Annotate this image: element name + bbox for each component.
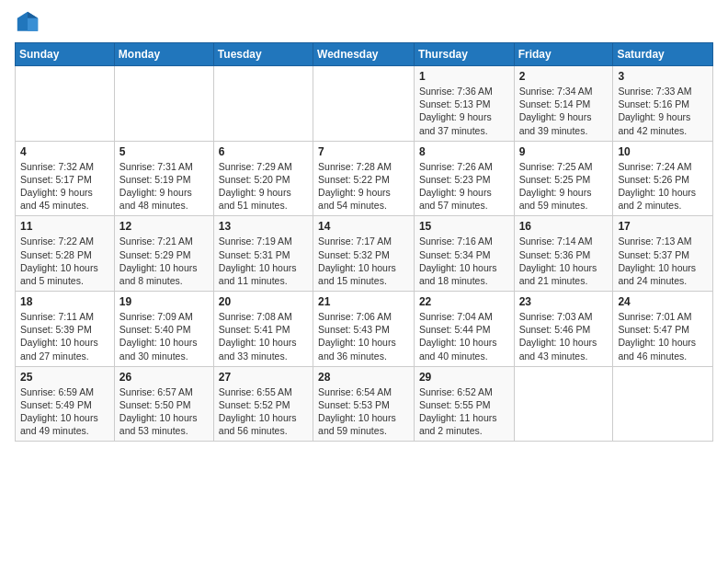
calendar-cell: 4Sunrise: 7:32 AM Sunset: 5:17 PM Daylig… [16, 141, 115, 216]
day-number: 10 [618, 145, 708, 158]
day-number: 29 [419, 371, 509, 384]
day-number: 28 [318, 371, 409, 384]
calendar-cell: 28Sunrise: 6:54 AM Sunset: 5:53 PM Dayli… [313, 366, 415, 442]
day-number: 6 [219, 145, 308, 158]
day-number: 4 [20, 145, 109, 158]
day-number: 18 [20, 295, 109, 308]
day-info: Sunrise: 7:04 AM Sunset: 5:44 PM Dayligh… [419, 310, 509, 362]
day-number: 25 [20, 371, 109, 384]
day-info: Sunrise: 6:57 AM Sunset: 5:50 PM Dayligh… [119, 385, 209, 438]
day-info: Sunrise: 7:01 AM Sunset: 5:47 PM Dayligh… [618, 310, 708, 362]
calendar-cell: 24Sunrise: 7:01 AM Sunset: 5:47 PM Dayli… [613, 292, 713, 367]
day-number: 12 [119, 220, 209, 233]
day-info: Sunrise: 7:11 AM Sunset: 5:39 PM Dayligh… [20, 310, 109, 362]
calendar-cell: 15Sunrise: 7:16 AM Sunset: 5:34 PM Dayli… [414, 216, 514, 292]
calendar-cell [514, 366, 613, 442]
day-number: 15 [419, 220, 509, 233]
day-info: Sunrise: 7:21 AM Sunset: 5:29 PM Dayligh… [119, 235, 209, 287]
calendar-cell: 1Sunrise: 7:36 AM Sunset: 5:13 PM Daylig… [414, 66, 514, 142]
day-number: 1 [419, 70, 509, 83]
calendar-table: SundayMondayTuesdayWednesdayThursdayFrid… [15, 42, 713, 442]
day-info: Sunrise: 6:54 AM Sunset: 5:53 PM Dayligh… [318, 385, 409, 438]
day-number: 23 [519, 295, 609, 308]
calendar-cell: 13Sunrise: 7:19 AM Sunset: 5:31 PM Dayli… [213, 216, 313, 292]
day-number: 27 [219, 371, 308, 384]
calendar-body: 1Sunrise: 7:36 AM Sunset: 5:13 PM Daylig… [16, 66, 713, 442]
weekday-header-thursday: Thursday [414, 43, 514, 66]
day-number: 5 [119, 145, 209, 158]
calendar-cell: 6Sunrise: 7:29 AM Sunset: 5:20 PM Daylig… [213, 141, 313, 216]
calendar-cell: 12Sunrise: 7:21 AM Sunset: 5:29 PM Dayli… [114, 216, 213, 292]
day-info: Sunrise: 7:16 AM Sunset: 5:34 PM Dayligh… [419, 235, 509, 287]
weekday-row: SundayMondayTuesdayWednesdayThursdayFrid… [16, 43, 713, 66]
week-row-4: 18Sunrise: 7:11 AM Sunset: 5:39 PM Dayli… [16, 292, 713, 367]
calendar-cell: 20Sunrise: 7:08 AM Sunset: 5:41 PM Dayli… [213, 292, 313, 367]
day-info: Sunrise: 7:32 AM Sunset: 5:17 PM Dayligh… [20, 160, 109, 213]
calendar-cell: 8Sunrise: 7:26 AM Sunset: 5:23 PM Daylig… [414, 141, 514, 216]
weekday-header-sunday: Sunday [16, 43, 115, 66]
logo [15, 9, 44, 35]
day-number: 3 [618, 70, 708, 83]
week-row-1: 1Sunrise: 7:36 AM Sunset: 5:13 PM Daylig… [16, 66, 713, 142]
weekday-header-saturday: Saturday [613, 43, 713, 66]
day-info: Sunrise: 6:52 AM Sunset: 5:55 PM Dayligh… [419, 385, 509, 438]
week-row-5: 25Sunrise: 6:59 AM Sunset: 5:49 PM Dayli… [16, 366, 713, 442]
day-info: Sunrise: 7:25 AM Sunset: 5:25 PM Dayligh… [519, 160, 609, 213]
calendar-cell: 27Sunrise: 6:55 AM Sunset: 5:52 PM Dayli… [213, 366, 313, 442]
calendar-cell: 10Sunrise: 7:24 AM Sunset: 5:26 PM Dayli… [613, 141, 713, 216]
calendar-cell: 17Sunrise: 7:13 AM Sunset: 5:37 PM Dayli… [613, 216, 713, 292]
weekday-header-tuesday: Tuesday [213, 43, 313, 66]
day-info: Sunrise: 7:03 AM Sunset: 5:46 PM Dayligh… [519, 310, 609, 362]
calendar-cell: 16Sunrise: 7:14 AM Sunset: 5:36 PM Dayli… [514, 216, 613, 292]
logo-icon [15, 9, 40, 35]
calendar-cell: 25Sunrise: 6:59 AM Sunset: 5:49 PM Dayli… [16, 366, 115, 442]
calendar-cell: 23Sunrise: 7:03 AM Sunset: 5:46 PM Dayli… [514, 292, 613, 367]
calendar-cell: 18Sunrise: 7:11 AM Sunset: 5:39 PM Dayli… [16, 292, 115, 367]
day-info: Sunrise: 6:55 AM Sunset: 5:52 PM Dayligh… [219, 385, 308, 438]
day-info: Sunrise: 7:24 AM Sunset: 5:26 PM Dayligh… [618, 160, 708, 213]
calendar-cell [114, 66, 213, 142]
day-info: Sunrise: 7:34 AM Sunset: 5:14 PM Dayligh… [519, 85, 609, 137]
calendar-cell [313, 66, 415, 142]
calendar-cell [16, 66, 115, 142]
day-info: Sunrise: 7:29 AM Sunset: 5:20 PM Dayligh… [219, 160, 308, 213]
calendar-cell: 19Sunrise: 7:09 AM Sunset: 5:40 PM Dayli… [114, 292, 213, 367]
day-number: 17 [618, 220, 708, 233]
day-number: 13 [219, 220, 308, 233]
day-number: 16 [519, 220, 609, 233]
day-info: Sunrise: 7:14 AM Sunset: 5:36 PM Dayligh… [519, 235, 609, 287]
weekday-header-monday: Monday [114, 43, 213, 66]
calendar-cell: 14Sunrise: 7:17 AM Sunset: 5:32 PM Dayli… [313, 216, 415, 292]
calendar-cell: 7Sunrise: 7:28 AM Sunset: 5:22 PM Daylig… [313, 141, 415, 216]
header [15, 9, 713, 35]
day-number: 11 [20, 220, 109, 233]
weekday-header-wednesday: Wednesday [313, 43, 415, 66]
page-container: SundayMondayTuesdayWednesdayThursdayFrid… [0, 0, 728, 451]
day-number: 21 [318, 295, 409, 308]
day-number: 24 [618, 295, 708, 308]
day-info: Sunrise: 7:19 AM Sunset: 5:31 PM Dayligh… [219, 235, 308, 287]
day-info: Sunrise: 7:13 AM Sunset: 5:37 PM Dayligh… [618, 235, 708, 287]
day-number: 7 [318, 145, 409, 158]
day-number: 26 [119, 371, 209, 384]
svg-marker-1 [28, 12, 38, 18]
day-number: 2 [519, 70, 609, 83]
calendar-header: SundayMondayTuesdayWednesdayThursdayFrid… [16, 43, 713, 66]
calendar-cell: 22Sunrise: 7:04 AM Sunset: 5:44 PM Dayli… [414, 292, 514, 367]
day-info: Sunrise: 7:36 AM Sunset: 5:13 PM Dayligh… [419, 85, 509, 137]
day-number: 9 [519, 145, 609, 158]
day-info: Sunrise: 7:28 AM Sunset: 5:22 PM Dayligh… [318, 160, 409, 213]
calendar-cell: 26Sunrise: 6:57 AM Sunset: 5:50 PM Dayli… [114, 366, 213, 442]
calendar-cell: 9Sunrise: 7:25 AM Sunset: 5:25 PM Daylig… [514, 141, 613, 216]
day-number: 14 [318, 220, 409, 233]
calendar-cell: 5Sunrise: 7:31 AM Sunset: 5:19 PM Daylig… [114, 141, 213, 216]
calendar-cell: 11Sunrise: 7:22 AM Sunset: 5:28 PM Dayli… [16, 216, 115, 292]
day-info: Sunrise: 7:26 AM Sunset: 5:23 PM Dayligh… [419, 160, 509, 213]
weekday-header-friday: Friday [514, 43, 613, 66]
day-info: Sunrise: 7:33 AM Sunset: 5:16 PM Dayligh… [618, 85, 708, 137]
week-row-2: 4Sunrise: 7:32 AM Sunset: 5:17 PM Daylig… [16, 141, 713, 216]
day-info: Sunrise: 7:17 AM Sunset: 5:32 PM Dayligh… [318, 235, 409, 287]
day-number: 22 [419, 295, 509, 308]
day-info: Sunrise: 7:09 AM Sunset: 5:40 PM Dayligh… [119, 310, 209, 362]
calendar-cell [213, 66, 313, 142]
